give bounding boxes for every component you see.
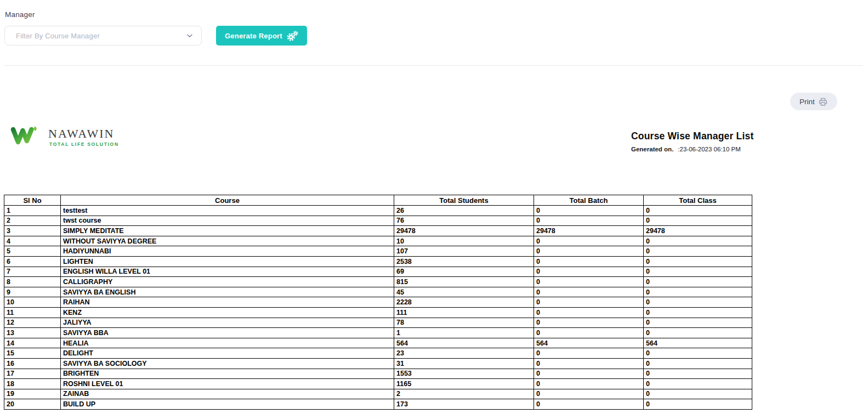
- table-cell: 0: [534, 318, 644, 328]
- table-cell: 564: [534, 338, 644, 348]
- table-cell: 2228: [394, 297, 534, 308]
- table-row: 4WITHOUT SAVIYYA DEGREE1000: [4, 236, 752, 246]
- table-cell: 0: [534, 277, 644, 287]
- table-cell: CALLIGRAPHY: [61, 277, 394, 287]
- table-cell: 0: [644, 256, 752, 267]
- table-cell: 17: [4, 369, 61, 379]
- table-cell: 0: [644, 399, 752, 410]
- table-cell: 0: [644, 328, 752, 338]
- table-cell: 0: [644, 358, 752, 369]
- table-cell: 0: [644, 297, 752, 308]
- table-cell: 14: [4, 338, 61, 348]
- column-header-sl-no: Sl No: [4, 195, 61, 206]
- table-cell: 0: [644, 389, 752, 399]
- table-row: 18ROSHNI LEVEL 01116500: [4, 379, 752, 389]
- course-report-table: Sl No Course Total Students Total Batch …: [4, 195, 752, 410]
- logo-mark-icon: [9, 123, 44, 148]
- table-cell: 0: [644, 216, 752, 226]
- table-cell: 0: [534, 399, 644, 410]
- print-button[interactable]: Print: [790, 93, 837, 110]
- table-cell: 0: [534, 358, 644, 369]
- table-row: 9SAVIYYA BA ENGLISH4500: [4, 287, 752, 297]
- table-cell: SIMPLY MEDITATE: [61, 226, 394, 236]
- table-cell: 0: [534, 328, 644, 338]
- table-cell: JALIYYA: [61, 318, 394, 328]
- table-cell: 0: [644, 206, 752, 216]
- manager-filter-label: Manager: [5, 10, 35, 19]
- table-cell: HADIYUNNABI: [61, 246, 394, 257]
- table-cell: 13: [4, 328, 61, 338]
- table-cell: 0: [644, 379, 752, 389]
- printer-icon: [818, 97, 828, 106]
- table-cell: 29478: [534, 226, 644, 236]
- table-cell: 0: [534, 267, 644, 277]
- table-cell: 15: [4, 348, 61, 359]
- table-header-row: Sl No Course Total Students Total Batch …: [4, 195, 752, 206]
- table-row: 17BRIGHTEN155300: [4, 369, 752, 379]
- table-cell: 3: [4, 226, 61, 236]
- table-cell: WITHOUT SAVIYYA DEGREE: [61, 236, 394, 246]
- table-cell: ENGLISH WILLA LEVEL 01: [61, 267, 394, 277]
- table-cell: 0: [534, 287, 644, 297]
- report-title: Course Wise Manager List: [631, 131, 753, 142]
- company-logo: NAWAWIN TOTAL LIFE SOLUTION: [9, 123, 119, 148]
- table-row: 6LIGHTEN253800: [4, 256, 752, 267]
- table-row: 15DELIGHT2300: [4, 348, 752, 359]
- course-manager-dropdown[interactable]: Filter By Course Manager: [4, 26, 202, 46]
- table-cell: 10: [4, 297, 61, 308]
- generated-on-value: :23-06-2023 06:10 PM: [678, 146, 740, 152]
- chevron-down-icon: [186, 32, 194, 39]
- generate-report-button[interactable]: Generate Report: [216, 26, 307, 46]
- column-header-total-batch: Total Batch: [534, 195, 644, 206]
- table-cell: SAVIYYA BA SOCIOLOGY: [61, 358, 394, 369]
- table-row: 1testtest2600: [4, 206, 752, 216]
- table-cell: RAIHAN: [61, 297, 394, 308]
- table-cell: 8: [4, 277, 61, 287]
- table-cell: LIGHTEN: [61, 256, 394, 267]
- logo-tagline: TOTAL LIFE SOLUTION: [49, 141, 119, 147]
- cogs-icon: [287, 31, 298, 41]
- table-cell: 78: [394, 318, 534, 328]
- table-row: 3SIMPLY MEDITATE294782947829478: [4, 226, 752, 236]
- table-cell: 0: [644, 348, 752, 359]
- table-row: 20BUILD UP17300: [4, 399, 752, 410]
- table-cell: 0: [534, 297, 644, 308]
- table-cell: 111: [394, 307, 534, 318]
- table-cell: 23: [394, 348, 534, 359]
- table-cell: 0: [534, 379, 644, 389]
- table-cell: 0: [534, 348, 644, 359]
- table-cell: 31: [394, 358, 534, 369]
- table-cell: 1165: [394, 379, 534, 389]
- table-cell: 0: [644, 318, 752, 328]
- table-cell: 7: [4, 267, 61, 277]
- table-cell: 0: [644, 267, 752, 277]
- generated-on: Generated on.:23-06-2023 06:10 PM: [631, 146, 753, 152]
- table-row: 11KENZ11100: [4, 307, 752, 318]
- table-cell: DELIGHT: [61, 348, 394, 359]
- table-cell: 16: [4, 358, 61, 369]
- table-cell: HEALIA: [61, 338, 394, 348]
- table-cell: 1: [4, 206, 61, 216]
- table-cell: 0: [644, 307, 752, 318]
- dropdown-placeholder-text: Filter By Course Manager: [16, 32, 186, 40]
- table-cell: 0: [644, 287, 752, 297]
- table-cell: 1553: [394, 369, 534, 379]
- table-cell: testtest: [61, 206, 394, 216]
- table-row: 2twst course7600: [4, 216, 752, 226]
- table-cell: 2: [394, 389, 534, 399]
- table-cell: 0: [644, 369, 752, 379]
- table-cell: 2538: [394, 256, 534, 267]
- table-cell: KENZ: [61, 307, 394, 318]
- table-cell: 20: [4, 399, 61, 410]
- table-cell: BUILD UP: [61, 399, 394, 410]
- report-table-body: 1testtest26002twst course76003SIMPLY MED…: [4, 206, 752, 410]
- table-cell: 29478: [644, 226, 752, 236]
- table-cell: 0: [534, 389, 644, 399]
- table-cell: 76: [394, 216, 534, 226]
- table-row: 5HADIYUNNABI10700: [4, 246, 752, 257]
- table-row: 16SAVIYYA BA SOCIOLOGY3100: [4, 358, 752, 369]
- table-cell: 0: [534, 246, 644, 257]
- table-cell: 0: [644, 236, 752, 246]
- table-row: 8CALLIGRAPHY81500: [4, 277, 752, 287]
- column-header-total-class: Total Class: [644, 195, 752, 206]
